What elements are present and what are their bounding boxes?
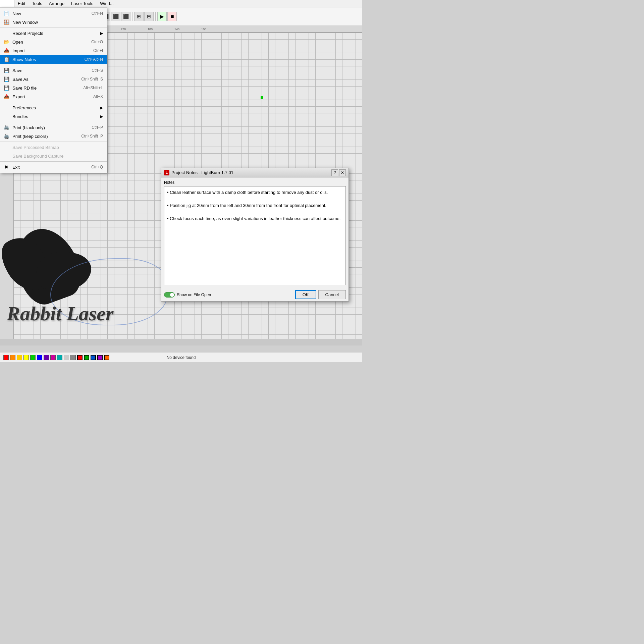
open-shortcut: Ctrl+O xyxy=(91,40,103,44)
save-capture-icon xyxy=(3,153,10,159)
preferences-icon xyxy=(3,104,10,111)
toolbar-ungroup-btn[interactable]: ⊟ xyxy=(144,12,154,21)
menu-show-notes[interactable]: 📋 Show Notes Ctrl+Alt+N xyxy=(0,55,107,64)
save-rd-icon: 💾 xyxy=(3,85,10,91)
menu-new[interactable]: 📄 New Ctrl+N xyxy=(0,9,107,18)
save-rd-shortcut: Alt+Shift+L xyxy=(83,86,103,90)
menu-print-colors[interactable]: 🖨️ Print (keep colors) Ctrl+Shift+P xyxy=(0,132,107,141)
save-shortcut: Ctrl+S xyxy=(92,68,103,73)
toolbar-align-top-btn[interactable]: ⬛ xyxy=(111,12,120,21)
menu-open[interactable]: 📂 Open Ctrl+O xyxy=(0,38,107,46)
menu-item-window[interactable]: Wind... xyxy=(97,0,117,7)
status-bar: No device found xyxy=(0,352,362,362)
dialog-title-icon: L xyxy=(164,170,169,175)
exit-icon: ✖ xyxy=(3,164,10,170)
toolbar-align-bottom-btn[interactable]: ⬛ xyxy=(121,12,130,21)
menu-item-laser-tools[interactable]: Laser Tools xyxy=(68,0,97,7)
recent-projects-icon xyxy=(3,30,10,37)
dialog-notes-label: Notes xyxy=(164,180,346,185)
save-as-label: Save As xyxy=(12,77,74,82)
print-black-label: Print (black only) xyxy=(12,125,85,130)
toolbar-group-btn[interactable]: ⊞ xyxy=(134,12,144,21)
new-window-label: New Window xyxy=(12,20,96,25)
preferences-label: Preferences xyxy=(12,105,99,110)
recent-projects-arrow: ▶ xyxy=(100,31,103,36)
menu-item-edit[interactable]: Edit xyxy=(14,0,29,7)
show-on-open-toggle[interactable] xyxy=(164,292,175,298)
dialog-help-button[interactable]: ? xyxy=(331,169,338,176)
show-notes-label: Show Notes xyxy=(12,57,78,62)
new-window-icon: 🪟 xyxy=(3,19,10,25)
bundles-icon xyxy=(3,113,10,120)
menu-preferences[interactable]: Preferences ▶ xyxy=(0,103,107,112)
print-colors-icon: 🖨️ xyxy=(3,133,10,140)
save-icon: 💾 xyxy=(3,67,10,74)
exit-shortcut: Ctrl+Q xyxy=(91,165,103,169)
show-notes-icon: 📋 xyxy=(3,56,10,63)
bundles-arrow: ▶ xyxy=(100,114,103,119)
print-colors-shortcut: Ctrl+Shift+P xyxy=(81,134,103,139)
menu-bundles[interactable]: Bundles ▶ xyxy=(0,112,107,121)
canvas-rabbit-text: Rabbit Laser xyxy=(7,302,113,325)
dialog-footer-buttons: OK Cancel xyxy=(295,290,346,299)
save-as-shortcut: Ctrl+Shift+S xyxy=(81,77,103,82)
dialog-ok-button[interactable]: OK xyxy=(295,290,316,299)
menu-save-capture: Save Background Capture xyxy=(0,152,107,160)
save-as-icon: 💾 xyxy=(3,76,10,83)
menu-export[interactable]: 📤 Export Alt+X xyxy=(0,92,107,101)
menu-save[interactable]: 💾 Save Ctrl+S xyxy=(0,66,107,75)
new-label: New xyxy=(12,11,85,16)
save-label: Save xyxy=(12,68,85,73)
dialog-close-button[interactable]: ✕ xyxy=(339,169,346,176)
menu-print-black[interactable]: 🖨️ Print (black only) Ctrl+P xyxy=(0,123,107,132)
menu-new-window[interactable]: 🪟 New Window xyxy=(0,18,107,26)
dialog-titlebar: L Project Notes - LightBurn 1.7.01 ? ✕ xyxy=(161,168,348,177)
dialog-content: Notes • Clean leather surface with a dam… xyxy=(161,177,348,288)
menu-item-tools[interactable]: Tools xyxy=(29,0,45,7)
show-notes-shortcut: Ctrl+Alt+N xyxy=(85,57,103,62)
save-rd-label: Save RD file xyxy=(12,86,76,91)
menu-save-bitmap: Save Processed Bitmap xyxy=(0,143,107,152)
preferences-arrow: ▶ xyxy=(100,106,103,110)
menu-bar: File Edit Tools Arrange Laser Tools Wind… xyxy=(0,0,362,7)
import-icon: 📥 xyxy=(3,47,10,54)
menu-item-arrange[interactable]: Arrange xyxy=(46,0,68,7)
open-icon: 📂 xyxy=(3,39,10,45)
new-icon: 📄 xyxy=(3,10,10,17)
export-shortcut: Alt+X xyxy=(93,94,103,99)
export-label: Export xyxy=(12,94,87,99)
menu-exit[interactable]: ✖ Exit Ctrl+Q xyxy=(0,163,107,171)
toolbar-stop-btn[interactable]: ⏹ xyxy=(167,12,177,21)
import-shortcut: Ctrl+I xyxy=(93,48,103,53)
show-on-open-label: Show on File Open xyxy=(177,292,211,297)
save-bitmap-icon xyxy=(3,144,10,151)
menu-recent-projects[interactable]: Recent Projects ▶ xyxy=(0,29,107,38)
status-message: No device found xyxy=(0,355,362,360)
print-black-shortcut: Ctrl+P xyxy=(92,125,103,130)
new-shortcut: Ctrl+N xyxy=(92,11,103,16)
export-icon: 📤 xyxy=(3,93,10,100)
print-colors-label: Print (keep colors) xyxy=(12,134,74,139)
dialog-cancel-button[interactable]: Cancel xyxy=(318,290,346,299)
menu-save-as[interactable]: 💾 Save As Ctrl+Shift+S xyxy=(0,75,107,84)
open-label: Open xyxy=(12,40,85,45)
save-capture-label: Save Background Capture xyxy=(12,154,103,159)
dialog-footer: Show on File Open OK Cancel xyxy=(161,288,348,301)
menu-save-rd[interactable]: 💾 Save RD file Alt+Shift+L xyxy=(0,84,107,92)
dialog-title-text: Project Notes - LightBurn 1.7.01 xyxy=(171,170,331,175)
file-dropdown-menu: 📄 New Ctrl+N 🪟 New Window Recent Project… xyxy=(0,7,107,173)
bundles-label: Bundles xyxy=(12,114,99,119)
recent-projects-label: Recent Projects xyxy=(12,31,99,36)
toolbar-start-btn[interactable]: ▶ xyxy=(157,12,167,21)
import-label: Import xyxy=(12,48,87,53)
exit-label: Exit xyxy=(12,165,85,170)
canvas-green-square xyxy=(261,96,263,99)
print-black-icon: 🖨️ xyxy=(3,124,10,131)
toggle-container: Show on File Open xyxy=(164,292,211,298)
project-notes-dialog[interactable]: L Project Notes - LightBurn 1.7.01 ? ✕ N… xyxy=(161,168,349,302)
save-bitmap-label: Save Processed Bitmap xyxy=(12,145,103,150)
dialog-notes-textarea[interactable]: • Clean leather surface with a damp clot… xyxy=(164,186,346,285)
menu-item-file[interactable]: File xyxy=(0,0,14,7)
menu-import[interactable]: 📥 Import Ctrl+I xyxy=(0,46,107,55)
